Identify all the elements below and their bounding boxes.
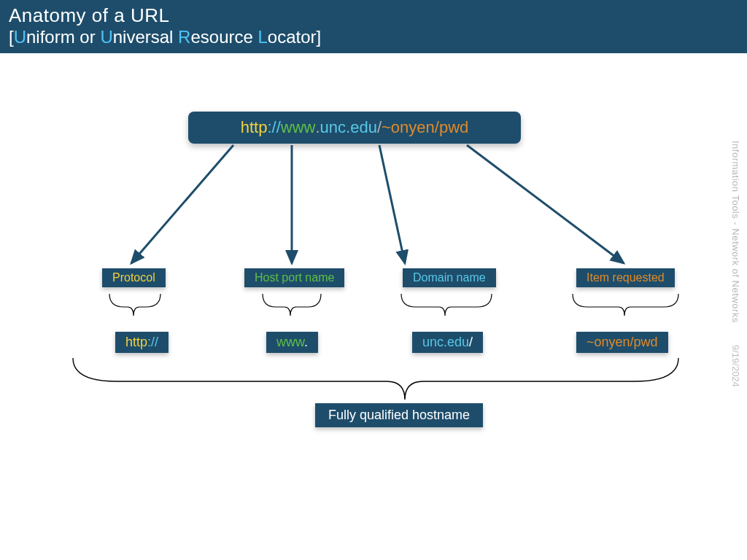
- value-item-path: ~onyen/pwd: [587, 335, 658, 349]
- label-protocol: Protocol: [102, 268, 166, 287]
- svg-line-2: [379, 145, 405, 263]
- subtitle-r1: niform or: [26, 27, 100, 47]
- side-meta: Information Tools - Network of Networks …: [727, 141, 744, 505]
- side-date: 9/19/2024: [730, 345, 741, 387]
- label-host: Host port name: [244, 268, 344, 287]
- url-box: http://www.unc.edu/~onyen/pwd: [188, 112, 521, 144]
- value-protocol-http: http: [125, 335, 147, 349]
- subtitle-r3: esource: [190, 27, 258, 47]
- diagram-stage: http://www.unc.edu/~onyen/pwd Protocol H…: [0, 53, 747, 549]
- subtitle-u3: R: [178, 27, 190, 47]
- bracket-open: [: [9, 27, 14, 47]
- value-domain-unc: unc.edu: [422, 335, 469, 349]
- subtitle-r4: ocator: [268, 27, 317, 47]
- value-domain: unc.edu/: [412, 332, 483, 353]
- value-protocol-sep: ://: [147, 335, 158, 349]
- value-host: www.: [266, 332, 318, 353]
- subtitle-u1: U: [14, 27, 26, 47]
- side-title: Information Tools - Network of Networks: [730, 141, 741, 323]
- label-fullhostname: Fully qualified hostname: [315, 403, 483, 427]
- subtitle-u2: U: [100, 27, 112, 47]
- svg-line-0: [131, 145, 233, 263]
- url-http: http: [241, 118, 268, 137]
- value-protocol: http://: [115, 332, 169, 353]
- url-domain: unc.edu: [320, 118, 377, 137]
- slide-title: Anatomy of a URL: [9, 4, 738, 27]
- subtitle-u4: L: [258, 27, 268, 47]
- svg-line-3: [467, 145, 624, 263]
- slide-header: Anatomy of a URL [Uniform or Universal R…: [0, 0, 747, 53]
- label-item: Item requested: [576, 268, 675, 287]
- bracket-close: ]: [317, 27, 322, 47]
- label-domain: Domain name: [403, 268, 496, 287]
- value-host-dot: .: [304, 335, 308, 349]
- url-sep: ://: [267, 118, 280, 137]
- slide-subtitle: [Uniform or Universal Resource Locator]: [9, 27, 738, 47]
- value-domain-slash: /: [469, 335, 473, 349]
- url-www: www: [281, 118, 316, 137]
- value-item: ~onyen/pwd: [576, 332, 668, 353]
- value-host-www: www: [276, 335, 304, 349]
- subtitle-r2: niversal: [113, 27, 178, 47]
- url-path: ~onyen/pwd: [382, 118, 468, 137]
